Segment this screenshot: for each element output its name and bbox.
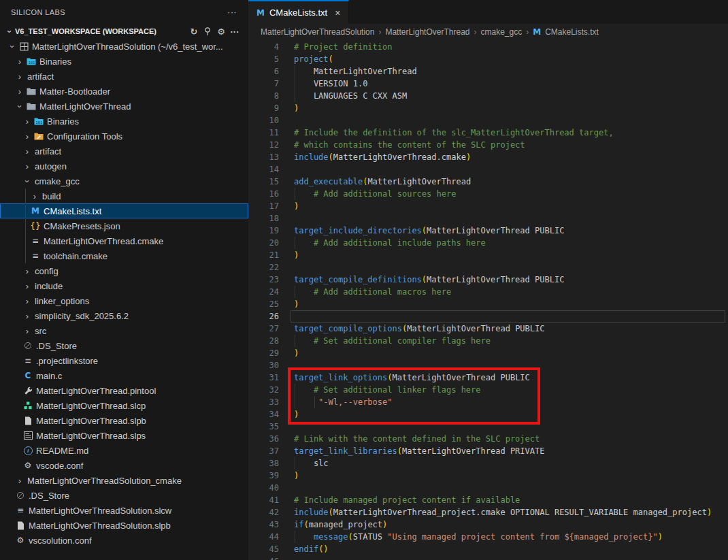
tree-item-toolchain-cmake[interactable]: ≡toolchain.cmake: [0, 248, 248, 263]
tree-item-main-c[interactable]: Cmain.c: [0, 368, 248, 383]
code-line-22[interactable]: 22: [248, 261, 728, 274]
chevron-right-icon[interactable]: ›: [14, 476, 25, 486]
tree-item-cmake-gcc[interactable]: ›cmake_gcc: [0, 174, 248, 188]
tree-item-matterlightoverthreadsolution-slpb[interactable]: MatterLightOverThreadSolution.slpb: [0, 518, 248, 533]
chevron-right-icon[interactable]: ›: [22, 116, 33, 127]
tree-item-linker-options[interactable]: ›linker_options: [0, 293, 248, 308]
chevron-right-icon[interactable]: ›: [22, 296, 33, 306]
tree-item-vscode-conf[interactable]: ⚙vscode.conf: [0, 458, 248, 473]
code-line-4[interactable]: 4# Project definition: [248, 41, 728, 53]
close-icon[interactable]: ×: [335, 7, 340, 18]
tree-item-vscsolution-conf[interactable]: ⚙vscsolution.conf: [0, 533, 248, 548]
tree-item-matterlightoverthread-slcp[interactable]: MatterLightOverThread.slcp: [0, 398, 248, 413]
chevron-right-icon[interactable]: ›: [22, 146, 33, 157]
code-line-25[interactable]: 25): [248, 298, 728, 310]
code-line-33[interactable]: 33 "-Wl,--verbose": [248, 396, 728, 408]
chevron-right-icon[interactable]: ›: [14, 71, 25, 82]
tree-item-binaries[interactable]: ›101Binaries: [0, 114, 248, 129]
tree-item-autogen[interactable]: ›autogen: [0, 159, 248, 174]
code-line-36[interactable]: 36# Link with the content defined in the…: [248, 433, 728, 445]
code-line-24[interactable]: 24 # Add additional macros here: [248, 286, 728, 298]
code-line-10[interactable]: 10: [248, 114, 728, 127]
code-line-32[interactable]: 32 # Set additional linker flags here: [248, 384, 728, 396]
code-line-40[interactable]: 40: [248, 482, 728, 494]
code-line-14[interactable]: 14: [248, 163, 728, 176]
breadcrumb-item[interactable]: CMakeLists.txt: [545, 27, 599, 37]
code-line-34[interactable]: 34): [248, 408, 728, 421]
chevron-down-icon[interactable]: ›: [22, 176, 33, 186]
gear-icon[interactable]: ⚙: [214, 25, 228, 37]
tree-item-matterlightoverthread-pintool[interactable]: MatterLightOverThread.pintool: [0, 383, 248, 398]
code-line-45[interactable]: 45endif(): [248, 543, 728, 555]
code-line-46[interactable]: 46: [248, 555, 728, 560]
code-line-23[interactable]: 23target_compile_definitions(MatterLight…: [248, 274, 728, 286]
code-editor[interactable]: 4# Project definition5project(6 MatterLi…: [248, 40, 728, 560]
code-line-13[interactable]: 13include(MatterLightOverThread.cmake): [248, 151, 728, 163]
tree-item-build[interactable]: ›build: [0, 188, 248, 203]
code-line-16[interactable]: 16 # Add additional sources here: [248, 188, 728, 200]
refresh-icon[interactable]: ↻: [187, 25, 201, 37]
tree-item-matterlightoverthread[interactable]: ›MatterLightOverThread: [0, 99, 248, 114]
tree-item-include[interactable]: ›include: [0, 278, 248, 293]
code-line-26[interactable]: 26: [248, 310, 728, 323]
tree-item-matter-bootloader[interactable]: ›Matter-Bootloader: [0, 84, 248, 99]
code-line-19[interactable]: 19target_include_directories(MatterLight…: [248, 225, 728, 237]
chevron-right-icon[interactable]: ›: [22, 266, 33, 276]
tree-item-matterlightoverthreadsolution-v6-test-wor[interactable]: ›MatterLightOverThreadSolution (~/v6_tes…: [0, 39, 248, 54]
code-line-5[interactable]: 5project(: [248, 53, 728, 65]
tree-item-cmakepresets-json[interactable]: {}CMakePresets.json: [0, 218, 248, 233]
code-line-29[interactable]: 29): [248, 347, 728, 359]
chevron-right-icon[interactable]: ›: [14, 56, 25, 67]
code-line-42[interactable]: 42include(MatterLightOverThread_project.…: [248, 506, 728, 518]
code-line-6[interactable]: 6 MatterLightOverThread: [248, 65, 728, 78]
code-line-31[interactable]: 31target_link_options(MatterLightOverThr…: [248, 372, 728, 384]
code-line-18[interactable]: 18: [248, 212, 728, 225]
tree-item-cmakelists-txt[interactable]: MCMakeLists.txt: [0, 203, 248, 218]
workspace-header[interactable]: › V6_TEST_WORKSPACE (WORKSPACE) ↻ ⚙ ···: [0, 24, 248, 39]
breadcrumb-item[interactable]: MatterLightOverThreadSolution: [261, 27, 374, 37]
chevron-right-icon[interactable]: ›: [14, 86, 25, 97]
code-line-27[interactable]: 27target_compile_options(MatterLightOver…: [248, 323, 728, 335]
tree-item-readme-md[interactable]: iREADME.md: [0, 443, 248, 458]
tree-item-matterlightoverthread-slps[interactable]: MatterLightOverThread.slps: [0, 428, 248, 443]
code-line-35[interactable]: 35: [248, 421, 728, 433]
code-line-39[interactable]: 39): [248, 470, 728, 482]
more-icon[interactable]: ···: [228, 25, 242, 37]
tree-item-configuration-tools[interactable]: ›Configuration Tools: [0, 129, 248, 144]
code-line-43[interactable]: 43if(managed_project): [248, 518, 728, 531]
breadcrumb-item[interactable]: MatterLightOverThread: [385, 27, 469, 37]
plug-icon[interactable]: [201, 25, 214, 37]
code-line-9[interactable]: 9): [248, 102, 728, 114]
tree-item-simplicity-sdk-2025-6-2[interactable]: ›simplicity_sdk_2025.6.2: [0, 308, 248, 323]
breadcrumb-item[interactable]: cmake_gcc: [480, 27, 522, 37]
code-line-8[interactable]: 8 LANGUAGES C CXX ASM: [248, 90, 728, 102]
chevron-right-icon[interactable]: ›: [22, 326, 33, 336]
tree-item-artifact[interactable]: ›artifact: [0, 69, 248, 84]
code-line-12[interactable]: 12# which contains the content of the SL…: [248, 139, 728, 151]
chevron-down-icon[interactable]: ›: [7, 41, 18, 52]
chevron-down-icon[interactable]: ›: [5, 26, 15, 37]
chevron-down-icon[interactable]: ›: [15, 101, 25, 112]
tree-item-binaries[interactable]: ›101Binaries: [0, 54, 248, 69]
tree-item-src[interactable]: ›src: [0, 323, 248, 338]
code-line-30[interactable]: 30: [248, 359, 728, 372]
chevron-right-icon[interactable]: ›: [22, 131, 33, 142]
code-line-41[interactable]: 41# Include managed project content if a…: [248, 494, 728, 506]
tree-item-ds-store[interactable]: .DS_Store: [0, 338, 248, 353]
tree-item-config[interactable]: ›config: [0, 263, 248, 278]
code-line-28[interactable]: 28 # Set additional compiler flags here: [248, 335, 728, 347]
tree-item-matterlightoverthread-slpb[interactable]: MatterLightOverThread.slpb: [0, 413, 248, 428]
tree-item-matterlightoverthread-cmake[interactable]: ≡MatterLightOverThread.cmake: [0, 233, 248, 248]
chevron-right-icon[interactable]: ›: [22, 281, 33, 291]
code-line-11[interactable]: 11# Include the definition of the slc_Ma…: [248, 127, 728, 139]
tree-item-matterlightoverthreadsolution-slcw[interactable]: ≡MatterLightOverThreadSolution.slcw: [0, 503, 248, 518]
tree-item-artifact[interactable]: ›artifact: [0, 144, 248, 159]
more-icon[interactable]: ···: [225, 6, 239, 18]
chevron-right-icon[interactable]: ›: [22, 311, 33, 321]
chevron-right-icon[interactable]: ›: [29, 191, 40, 201]
code-line-44[interactable]: 44 message(STATUS "Using managed project…: [248, 531, 728, 543]
tree-item-projectlinkstore[interactable]: ≡.projectlinkstore: [0, 353, 248, 368]
code-line-15[interactable]: 15add_executable(MatterLightOverThread: [248, 176, 728, 188]
tab-cmakelists[interactable]: M CMakeLists.txt ×: [248, 0, 349, 24]
code-line-37[interactable]: 37target_link_libraries(MatterLightOverT…: [248, 445, 728, 457]
